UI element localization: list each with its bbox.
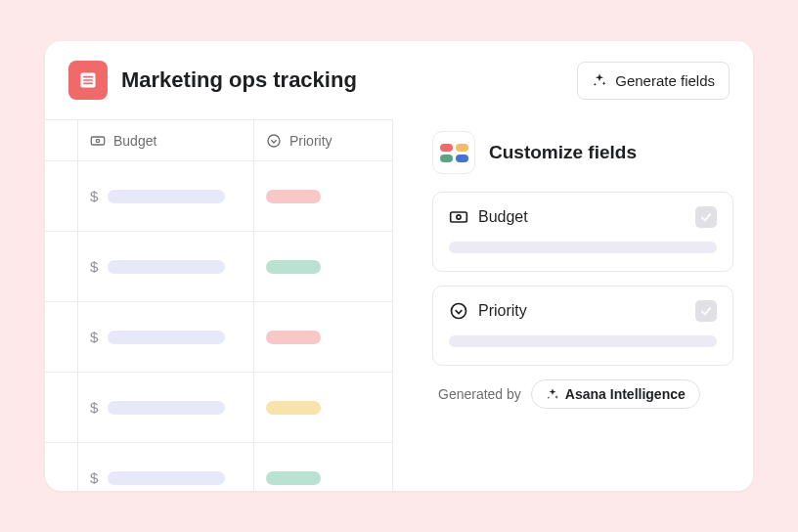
gutter-cell xyxy=(45,443,78,491)
field-card-priority[interactable]: Priority xyxy=(432,286,733,366)
gutter-cell xyxy=(45,373,78,442)
project-icon xyxy=(68,61,108,100)
priority-cell[interactable] xyxy=(254,373,393,442)
table-row[interactable]: $ xyxy=(45,443,393,491)
table-row[interactable]: $ xyxy=(45,373,393,443)
svg-point-9 xyxy=(452,304,466,319)
currency-symbol: $ xyxy=(90,188,98,204)
priority-pill xyxy=(266,331,321,344)
chevron-down-circle-icon xyxy=(449,301,468,321)
priority-pill xyxy=(266,190,321,203)
column-header-priority-label: Priority xyxy=(289,133,332,149)
generated-by: Generated by Asana Intelligence xyxy=(432,379,733,409)
table-row[interactable]: $ xyxy=(45,302,393,373)
currency-symbol: $ xyxy=(90,258,98,275)
generated-by-label: Generated by xyxy=(438,386,521,402)
content: Budget Priority $ xyxy=(45,119,753,491)
svg-point-8 xyxy=(457,215,461,219)
header-left: Marketing ops tracking xyxy=(68,61,357,100)
app-window: Marketing ops tracking Generate fields B… xyxy=(45,41,753,491)
list-icon xyxy=(78,70,98,90)
fields-color-icon xyxy=(432,131,475,174)
placeholder-bar xyxy=(449,242,717,253)
asana-intelligence-label: Asana Intelligence xyxy=(565,386,686,402)
table-header: Budget Priority xyxy=(45,120,393,161)
header: Marketing ops tracking Generate fields xyxy=(45,41,753,119)
priority-cell[interactable] xyxy=(254,443,393,491)
currency-symbol: $ xyxy=(90,399,98,416)
field-card-label: Budget xyxy=(478,208,686,226)
column-header-budget[interactable]: Budget xyxy=(78,120,254,160)
priority-pill xyxy=(266,260,321,274)
placeholder-bar xyxy=(108,190,225,203)
priority-cell[interactable] xyxy=(254,161,393,231)
svg-point-6 xyxy=(268,135,280,147)
currency-symbol: $ xyxy=(90,469,98,486)
placeholder-bar xyxy=(108,331,225,344)
gutter-cell xyxy=(45,161,78,231)
panel-title: Customize fields xyxy=(489,142,637,163)
generate-fields-button[interactable]: Generate fields xyxy=(577,62,730,100)
sparkle-icon xyxy=(592,72,607,88)
panel-header: Customize fields xyxy=(432,131,733,174)
priority-pill xyxy=(266,401,321,415)
gutter-cell xyxy=(45,232,78,301)
placeholder-bar xyxy=(108,471,225,485)
priority-cell[interactable] xyxy=(254,302,393,372)
gutter-column xyxy=(45,120,78,160)
sparkle-icon xyxy=(546,387,559,401)
budget-cell[interactable]: $ xyxy=(78,302,254,372)
svg-rect-4 xyxy=(91,137,104,145)
generate-fields-label: Generate fields xyxy=(615,72,715,89)
budget-cell[interactable]: $ xyxy=(78,373,254,442)
placeholder-bar xyxy=(108,401,225,415)
page-title: Marketing ops tracking xyxy=(121,67,357,93)
cash-icon xyxy=(449,207,468,227)
field-checkbox[interactable] xyxy=(695,206,717,228)
field-card-label: Priority xyxy=(478,302,686,320)
column-header-priority[interactable]: Priority xyxy=(254,120,393,160)
field-card-budget[interactable]: Budget xyxy=(432,192,733,272)
customize-panel: Customize fields Budget xyxy=(393,119,753,491)
asana-intelligence-chip[interactable]: Asana Intelligence xyxy=(531,379,700,409)
chevron-down-circle-icon xyxy=(266,133,282,149)
table-row[interactable]: $ xyxy=(45,232,393,302)
priority-cell[interactable] xyxy=(254,232,393,301)
cash-icon xyxy=(90,133,106,149)
budget-cell[interactable]: $ xyxy=(78,161,254,231)
data-table: Budget Priority $ xyxy=(45,119,393,491)
priority-pill xyxy=(266,471,321,485)
table-row[interactable]: $ xyxy=(45,161,393,232)
budget-cell[interactable]: $ xyxy=(78,232,254,301)
placeholder-bar xyxy=(449,335,717,347)
gutter-cell xyxy=(45,302,78,372)
check-icon xyxy=(699,210,713,224)
budget-cell[interactable]: $ xyxy=(78,443,254,491)
svg-rect-7 xyxy=(451,212,467,222)
svg-point-5 xyxy=(96,139,99,142)
field-checkbox[interactable] xyxy=(695,300,717,322)
currency-symbol: $ xyxy=(90,329,98,345)
check-icon xyxy=(699,304,713,318)
placeholder-bar xyxy=(108,260,225,274)
column-header-budget-label: Budget xyxy=(113,133,156,149)
